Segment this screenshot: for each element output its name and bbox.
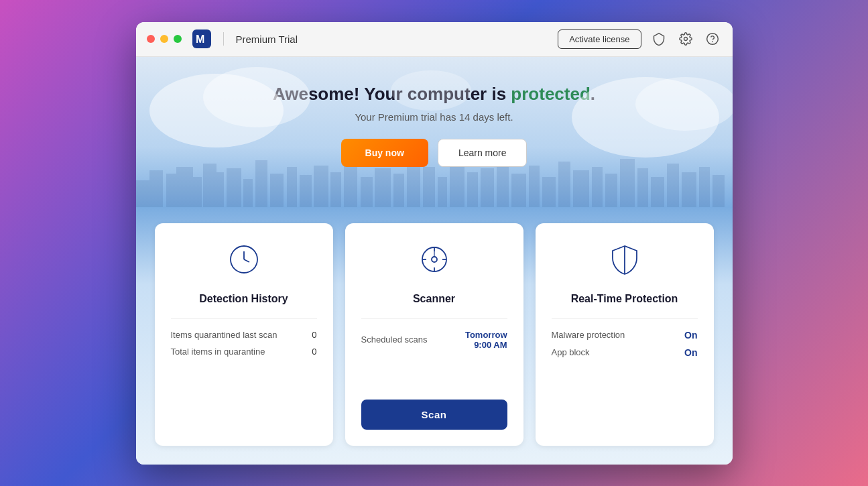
detection-history-icon	[227, 242, 261, 280]
app-title: Premium Trial	[236, 34, 298, 45]
svg-rect-35	[497, 160, 509, 207]
scanner-title: Scanner	[413, 293, 455, 305]
svg-rect-40	[573, 170, 589, 207]
stat-label-quarantined: Items quarantined last scan	[171, 330, 277, 340]
stat-row-total-quarantine: Total items in quarantine 0	[171, 347, 317, 357]
stat-value-quarantined: 0	[312, 330, 316, 340]
scanner-card: Scanner Scheduled scans Tomorrow9:00 AM …	[345, 223, 523, 446]
detection-history-card: Detection History Items quarantined last…	[155, 223, 333, 446]
svg-rect-46	[667, 164, 679, 207]
svg-rect-41	[592, 167, 603, 207]
scan-button[interactable]: Scan	[361, 400, 507, 430]
svg-rect-20	[270, 174, 284, 207]
app-logo: M Premium Trial	[192, 29, 298, 48]
stat-label-scheduled: Scheduled scans	[361, 335, 428, 345]
real-time-protection-card: Real-Time Protection Malware protection …	[536, 223, 714, 446]
svg-rect-31	[438, 177, 447, 207]
svg-rect-27	[375, 168, 391, 207]
svg-rect-19	[255, 160, 267, 207]
titlebar: M Premium Trial Activate license	[136, 22, 733, 57]
svg-rect-23	[314, 166, 328, 207]
svg-rect-28	[393, 174, 404, 207]
svg-rect-16	[213, 172, 224, 207]
svg-point-3	[706, 34, 718, 45]
hero-subtitle: Your Premium trial has 14 days left.	[149, 111, 719, 123]
svg-point-2	[684, 38, 687, 41]
real-time-protection-stats: Malware protection On App block On	[552, 330, 698, 365]
svg-rect-49	[712, 175, 725, 207]
card-divider-1	[171, 318, 317, 319]
logo-icon: M	[192, 29, 211, 48]
svg-rect-17	[227, 168, 241, 207]
svg-rect-39	[558, 162, 570, 207]
svg-line-52	[244, 259, 249, 262]
buy-now-button[interactable]: Buy now	[341, 139, 428, 167]
svg-rect-12	[166, 174, 176, 207]
svg-rect-22	[300, 175, 312, 207]
svg-rect-37	[529, 166, 540, 207]
svg-rect-44	[637, 168, 648, 207]
detection-history-title: Detection History	[199, 293, 288, 305]
traffic-lights	[147, 35, 182, 43]
hero-title-part2: .	[591, 84, 595, 104]
real-time-protection-title: Real-Time Protection	[571, 293, 678, 305]
svg-rect-26	[361, 177, 373, 207]
svg-rect-14	[190, 177, 202, 207]
svg-rect-33	[467, 172, 478, 207]
stat-row-malware: Malware protection On	[552, 330, 698, 341]
stat-label-appblock: App block	[552, 347, 590, 357]
real-time-protection-icon	[607, 242, 642, 280]
stat-value-scheduled: Tomorrow9:00 AM	[465, 330, 507, 350]
svg-rect-45	[651, 177, 664, 207]
activate-license-button[interactable]: Activate license	[558, 29, 641, 49]
maximize-button[interactable]	[174, 35, 182, 43]
svg-rect-42	[605, 174, 617, 207]
stat-label-total-quarantine: Total items in quarantine	[171, 347, 265, 357]
learn-more-button[interactable]: Learn more	[438, 139, 528, 167]
cards-section: Detection History Items quarantined last…	[136, 207, 733, 465]
svg-rect-18	[243, 179, 253, 207]
svg-rect-47	[682, 172, 696, 207]
svg-rect-32	[450, 164, 464, 207]
scanner-icon	[417, 242, 452, 280]
hero-buttons: Buy now Learn more	[149, 139, 719, 167]
stat-value-total-quarantine: 0	[312, 347, 316, 357]
svg-rect-24	[330, 172, 341, 207]
shield-icon-button[interactable]	[649, 29, 668, 48]
stat-row-quarantined: Items quarantined last scan 0	[171, 330, 317, 340]
svg-rect-30	[423, 167, 435, 207]
minimize-button[interactable]	[160, 35, 168, 43]
card-divider-2	[361, 318, 507, 319]
svg-rect-48	[699, 167, 710, 207]
svg-rect-38	[542, 177, 556, 207]
svg-point-58	[432, 257, 437, 262]
scanner-stats: Scheduled scans Tomorrow9:00 AM	[361, 330, 507, 357]
stat-row-scheduled: Scheduled scans Tomorrow9:00 AM	[361, 330, 507, 350]
help-icon-button[interactable]	[703, 29, 722, 48]
stat-value-appblock: On	[684, 347, 697, 358]
stat-label-malware: Malware protection	[552, 330, 625, 340]
title-divider	[223, 32, 224, 46]
svg-rect-11	[149, 170, 163, 207]
hero-title-part1: Awesome! Your computer is	[273, 84, 511, 104]
svg-rect-36	[511, 174, 526, 207]
svg-text:M: M	[196, 34, 204, 45]
svg-rect-21	[287, 167, 297, 207]
hero-section: Awesome! Your computer is protected. You…	[136, 57, 733, 207]
hero-title-highlight: protected	[511, 84, 590, 104]
hero-title: Awesome! Your computer is protected.	[149, 84, 719, 105]
svg-rect-34	[481, 168, 494, 207]
detection-history-stats: Items quarantined last scan 0 Total item…	[171, 330, 317, 363]
app-window: M Premium Trial Activate license	[136, 22, 733, 465]
titlebar-actions: Activate license	[558, 29, 721, 49]
svg-rect-25	[344, 162, 357, 207]
stat-value-malware: On	[684, 330, 697, 341]
card-divider-3	[552, 318, 698, 319]
settings-icon-button[interactable]	[676, 29, 695, 48]
stat-row-appblock: App block On	[552, 347, 698, 358]
close-button[interactable]	[147, 35, 155, 43]
